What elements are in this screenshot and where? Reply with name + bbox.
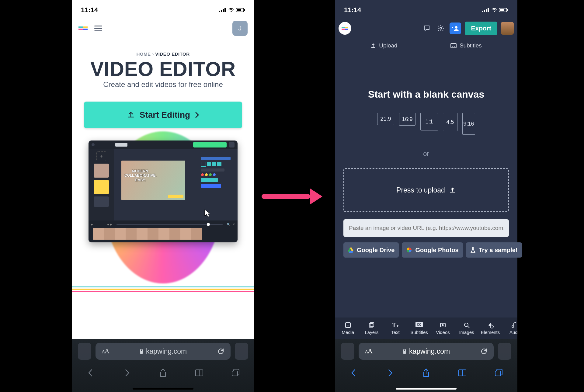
tool-images[interactable]: Images: [455, 322, 478, 335]
back-button[interactable]: [345, 366, 363, 380]
address-bar[interactable]: AA kapwing.com: [359, 343, 494, 360]
kapwing-logo[interactable]: [78, 25, 88, 32]
prev-tab[interactable]: [341, 343, 354, 360]
try-sample-button[interactable]: Try a sample!: [466, 242, 522, 258]
svg-rect-17: [507, 9, 508, 11]
preview-line-1: MODERN.: [124, 169, 157, 173]
svg-rect-10: [482, 11, 483, 12]
wifi-icon: [491, 8, 497, 12]
back-button[interactable]: [82, 366, 100, 380]
google-photos-button[interactable]: Google Photos: [402, 242, 463, 258]
tool-layers[interactable]: Layers: [360, 322, 384, 335]
address-bar[interactable]: AA kapwing.com: [96, 343, 231, 360]
tab-subtitles[interactable]: Subtitles: [450, 42, 482, 49]
canvas-title: Start with a blank canvas: [343, 89, 509, 100]
tabs-button[interactable]: [226, 366, 245, 380]
tool-audio[interactable]: Audi: [502, 322, 517, 335]
text-size-button[interactable]: AA: [365, 347, 372, 355]
cellular-icon: [219, 8, 226, 12]
svg-rect-3: [224, 8, 226, 12]
app-header: Export: [335, 18, 517, 39]
user-avatar[interactable]: J: [232, 21, 248, 36]
menu-icon[interactable]: [94, 24, 102, 33]
tabs-button[interactable]: [489, 366, 508, 380]
user-avatar[interactable]: [501, 22, 514, 35]
share-button[interactable]: [154, 366, 172, 380]
svg-rect-9: [232, 371, 238, 376]
tool-subtitles[interactable]: CCSubtitles: [407, 322, 431, 335]
svg-point-28: [490, 325, 493, 328]
svg-point-14: [494, 11, 495, 12]
text-size-button[interactable]: AA: [102, 347, 109, 355]
page-subtitle: Create and edit videos for free online: [78, 80, 248, 89]
clock: 11:14: [344, 6, 361, 14]
url-display: kapwing.com: [376, 347, 476, 356]
text-icon: TT: [392, 322, 399, 328]
lock-icon: [402, 349, 407, 354]
next-tab[interactable]: [498, 343, 511, 360]
breadcrumb-current: VIDEO EDITOR: [155, 51, 189, 57]
settings-icon[interactable]: [436, 23, 446, 33]
bookmarks-button[interactable]: [190, 366, 208, 380]
battery-icon: [236, 8, 245, 12]
video-icon: [440, 322, 446, 328]
phone-left: 11:14 J HOME › VIDEO EDITOR VIDEO EDITOR…: [72, 0, 254, 392]
tool-videos[interactable]: Videos: [431, 322, 455, 335]
upload-dropzone[interactable]: Press to upload: [343, 168, 509, 212]
aspect-ratios: 21:9 16:9 1:1 4:5 9:16: [343, 113, 509, 135]
tool-elements[interactable]: Elements: [478, 322, 502, 335]
cursor-icon: [204, 209, 211, 217]
flask-icon: [470, 247, 476, 253]
ratio-4-5[interactable]: 4:5: [443, 113, 457, 131]
media-icon: [345, 322, 351, 328]
tab-upload[interactable]: Upload: [370, 42, 397, 49]
prev-tab[interactable]: [78, 343, 91, 360]
kapwing-logo[interactable]: [339, 22, 351, 35]
bookmarks-button[interactable]: [453, 366, 471, 380]
ratio-21-9[interactable]: 21:9: [377, 113, 394, 125]
export-button[interactable]: Export: [465, 22, 497, 35]
svg-rect-2: [223, 9, 224, 12]
url-input[interactable]: [343, 219, 509, 237]
ratio-1-1[interactable]: 1:1: [420, 113, 438, 130]
music-icon: [511, 322, 517, 328]
url-display: kapwing.com: [113, 347, 213, 356]
tool-media[interactable]: Media: [336, 322, 360, 335]
status-bar: 11:14: [72, 0, 254, 18]
forward-button[interactable]: [118, 366, 136, 380]
svg-text:CC: CC: [417, 323, 421, 326]
search-icon: [463, 322, 470, 328]
status-bar: 11:14: [335, 0, 517, 18]
photos-icon: [406, 247, 412, 253]
chat-icon[interactable]: [422, 23, 432, 33]
editor-preview: + MODERN. COLLABORATIVE. EASY.: [81, 140, 245, 274]
cc-icon: CC: [415, 322, 423, 328]
forward-button[interactable]: [381, 366, 399, 380]
svg-rect-6: [237, 9, 241, 11]
chevron-right-icon: ›: [152, 51, 155, 57]
invite-button[interactable]: [450, 23, 461, 34]
tool-text[interactable]: TTText: [384, 322, 407, 335]
breadcrumb-home[interactable]: HOME: [136, 51, 151, 57]
reload-icon[interactable]: [217, 348, 224, 355]
ratio-9-16[interactable]: 9:16: [462, 113, 475, 135]
upload-icon: [127, 111, 135, 119]
lock-icon: [139, 349, 144, 354]
svg-rect-8: [140, 351, 143, 354]
home-indicator: [133, 388, 193, 390]
reload-icon[interactable]: [480, 348, 488, 355]
next-tab[interactable]: [235, 343, 248, 360]
svg-rect-7: [244, 9, 245, 11]
svg-rect-13: [488, 8, 489, 12]
google-drive-button[interactable]: Google Drive: [343, 242, 399, 258]
bottom-toolbar: Media Layers TTText CCSubtitles Videos I…: [335, 317, 517, 339]
start-editing-button[interactable]: Start Editing: [84, 102, 242, 128]
safari-chrome: AA kapwing.com: [72, 339, 254, 392]
preview-badge: [168, 195, 183, 198]
preview-line-3: EASY.: [124, 178, 157, 182]
svg-point-27: [464, 323, 468, 327]
share-button[interactable]: [417, 366, 435, 380]
chevron-right-icon: [195, 112, 199, 118]
upload-icon: [370, 43, 376, 48]
ratio-16-9[interactable]: 16:9: [399, 113, 415, 126]
